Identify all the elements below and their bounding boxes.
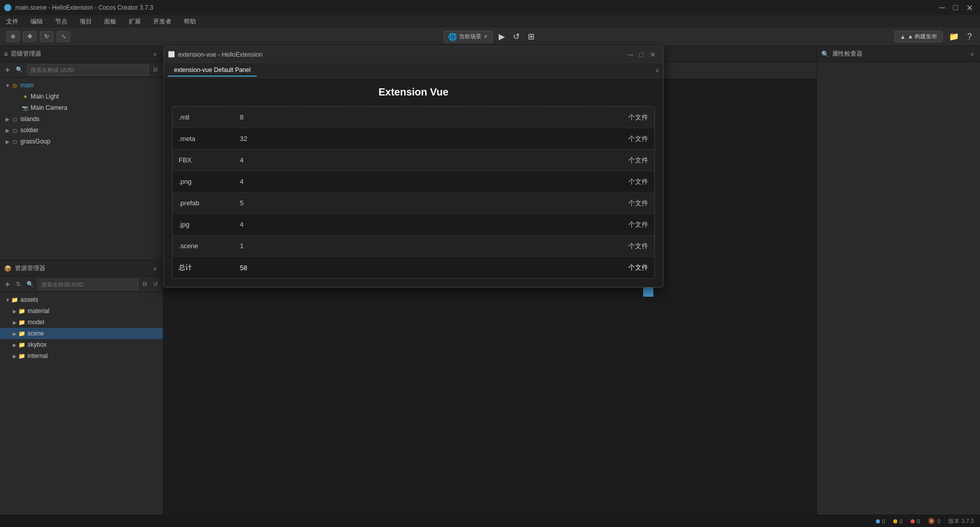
expand-material[interactable]: ▶ [11, 307, 18, 315]
expand-soldier[interactable]: ▶ [4, 127, 11, 134]
build-publish-button[interactable]: ▲ ▲ 构建发布 [894, 31, 943, 42]
extension-modal-content: Extension Vue .mtl 8 个文件 .meta 32 个文件 [164, 78, 663, 287]
extension-tab-menu[interactable]: ≡ [655, 67, 659, 74]
expand-internal[interactable]: ▶ [11, 352, 18, 360]
expand-skybox[interactable]: ▶ [11, 341, 18, 348]
ext-count-mtl: 8 [240, 113, 628, 121]
error-count: 0 [917, 518, 920, 524]
tree-label-internal: internal [28, 352, 47, 360]
version-info: 版本 3.7.3 [948, 517, 974, 525]
node-icon-skybox: 📁 [18, 341, 26, 348]
expand-islands[interactable]: ▶ [4, 115, 11, 123]
tree-item-main-camera[interactable]: ▶ 📷 Main Camera [0, 102, 163, 113]
scene-mode-chevron: ▼ [483, 34, 488, 39]
toolbar-scale-btn[interactable]: ⤡ [57, 31, 70, 42]
menu-project[interactable]: 项目 [78, 17, 94, 26]
ext-count-total: 58 [240, 264, 628, 272]
node-icon-material: 📁 [18, 307, 26, 315]
ext-type-meta: .meta [179, 135, 240, 142]
expand-scene[interactable]: ▶ [11, 330, 18, 337]
assets-menu-button[interactable]: ≡ [152, 265, 159, 273]
node-icon-main: ◎ [11, 82, 18, 89]
extension-modal-maximize[interactable]: □ [636, 50, 647, 60]
center-area: ⬜ 场景编辑器 ⬜ extension-vue - HelloExtension… [163, 46, 817, 527]
layout-button[interactable]: ⊞ [526, 31, 536, 42]
folder-button[interactable]: 📁 [947, 31, 961, 42]
toolbar-rotate-btn[interactable]: ↻ [40, 31, 54, 42]
menu-file[interactable]: 文件 [4, 17, 20, 26]
extension-modal-icon: ⬜ [168, 51, 175, 58]
expand-main[interactable]: ▼ [4, 82, 11, 89]
assets-refresh-button[interactable]: ↺ [151, 280, 160, 289]
extension-modal-title-area: ⬜ extension-vue - HelloExtension [168, 51, 625, 58]
menu-node[interactable]: 节点 [53, 17, 69, 26]
assets-panel-icon: 📦 [4, 265, 12, 272]
hierarchy-title-label: 层级管理器 [11, 50, 41, 58]
ext-type-scene: .scene [179, 242, 240, 250]
hierarchy-search-input[interactable] [27, 64, 149, 76]
toolbar-transform-btn[interactable]: ⊕ [6, 31, 20, 42]
tree-label-main-light: Main Light [31, 93, 59, 100]
assets-tree: ▼ 📁 assets ▶ 📁 material ▶ 📁 model [0, 292, 163, 527]
close-window-button[interactable]: ✕ [963, 2, 976, 14]
ext-count-jpg: 4 [240, 221, 628, 228]
assets-search-input[interactable] [38, 279, 138, 290]
refresh-button[interactable]: ↺ [511, 31, 522, 42]
info-dot [876, 519, 880, 523]
node-icon-islands: ◻ [11, 115, 18, 123]
play-button[interactable]: ▶ [497, 31, 507, 42]
tree-item-skybox[interactable]: ▶ 📁 skybox [0, 339, 163, 350]
inspector-menu-button[interactable]: ≡ [969, 50, 976, 58]
tree-item-grassgoup[interactable]: ▶ ◻ grassGoup [0, 136, 163, 147]
status-warn: 0 [893, 518, 902, 524]
build-label: ▲ 构建发布 [908, 33, 937, 40]
tree-item-material[interactable]: ▶ 📁 material [0, 305, 163, 317]
inspector-title: 🔍 属性检查器 [821, 50, 969, 58]
ext-count-prefab: 5 [240, 199, 628, 207]
hierarchy-search-toggle[interactable]: 🔍 [14, 65, 25, 74]
expand-assets[interactable]: ▼ [4, 296, 11, 303]
expand-grassgoup[interactable]: ▶ [4, 138, 11, 145]
menu-extension[interactable]: 扩展 [127, 17, 143, 26]
hierarchy-menu-button[interactable]: ≡ [152, 50, 159, 58]
tree-item-main-light[interactable]: ▶ ☀ Main Light [0, 91, 163, 102]
ext-unit-total: 个文件 [628, 263, 648, 272]
menu-developer[interactable]: 开发者 [151, 17, 174, 26]
tree-item-main[interactable]: ▼ ◎ main [0, 80, 163, 91]
menu-help[interactable]: 帮助 [182, 17, 198, 26]
tree-item-assets-root[interactable]: ▼ 📁 assets [0, 294, 163, 305]
tree-label-main-camera: Main Camera [31, 104, 67, 111]
menu-panel[interactable]: 面板 [102, 17, 118, 26]
tree-item-internal[interactable]: ▶ 📁 internal [0, 350, 163, 362]
assets-search-toggle[interactable]: 🔍 [24, 280, 36, 289]
maximize-button[interactable]: □ [950, 2, 961, 13]
tree-item-soldier[interactable]: ▶ ◻ soldier [0, 125, 163, 136]
menu-edit[interactable]: 编辑 [29, 17, 45, 26]
assets-filter-button[interactable]: ⊟ [140, 280, 149, 289]
hierarchy-title: ≡ 层级管理器 [4, 50, 152, 58]
hierarchy-tree: ▼ ◎ main ▶ ☀ Main Light ▶ 📷 Main Camera [0, 78, 163, 260]
tree-item-islands[interactable]: ▶ ◻ islands [0, 113, 163, 125]
tree-item-model[interactable]: ▶ 📁 model [0, 317, 163, 328]
tree-label-grassgoup: grassGoup [20, 138, 51, 145]
warn-count: 0 [899, 518, 902, 524]
tree-item-scene[interactable]: ▶ 📁 scene [0, 328, 163, 339]
ext-table-row-fbx: FBX 4 个文件 [173, 150, 654, 171]
expand-model[interactable]: ▶ [11, 319, 18, 326]
assets-sort-button[interactable]: ⇅ [14, 280, 22, 289]
extension-tab-default[interactable]: extension-vue Default Panel [168, 64, 257, 77]
build-icon: ▲ [900, 34, 905, 40]
ext-count-png: 4 [240, 178, 628, 185]
inspector-header: 🔍 属性检查器 ≡ [817, 46, 980, 62]
extension-modal-minimize[interactable]: ─ [625, 50, 636, 60]
toolbar-left-tools: ⊕ ✥ ↻ ⤡ [6, 31, 70, 42]
hierarchy-filter-button[interactable]: ⊟ [151, 65, 160, 74]
hierarchy-add-button[interactable]: + [3, 64, 12, 76]
toolbar-move-btn[interactable]: ✥ [23, 31, 37, 42]
minimize-button[interactable]: ─ [936, 2, 948, 13]
inspector-panel-icon: 🔍 [821, 51, 829, 58]
help-button[interactable]: ? [965, 31, 974, 42]
extension-modal-close[interactable]: ✕ [647, 50, 659, 60]
ext-table-row-png: .png 4 个文件 [173, 171, 654, 193]
assets-add-button[interactable]: + [3, 279, 12, 290]
